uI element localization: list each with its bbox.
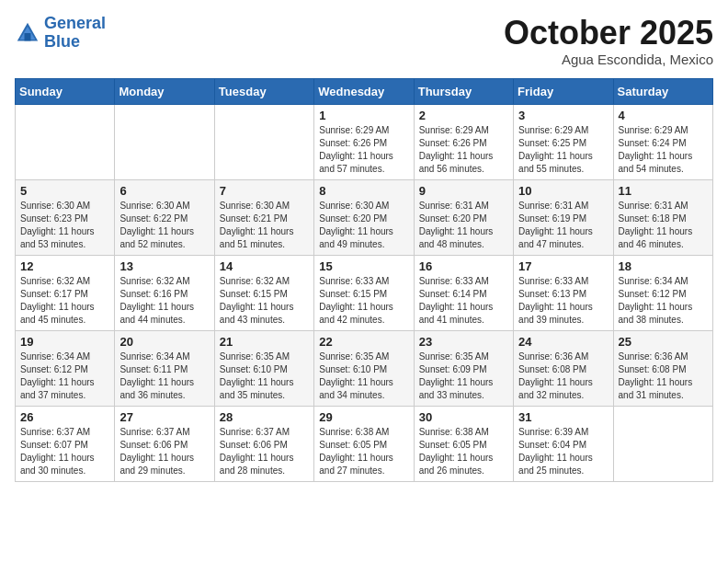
day-cell: 14Sunrise: 6:32 AM Sunset: 6:15 PM Dayli…	[214, 255, 313, 330]
day-number: 15	[319, 259, 408, 273]
weekday-header-friday: Friday	[514, 78, 613, 104]
logo-line2: Blue	[44, 32, 80, 51]
day-number: 3	[518, 109, 608, 122]
weekday-header-row: SundayMondayTuesdayWednesdayThursdayFrid…	[16, 78, 713, 104]
day-number: 20	[119, 335, 209, 349]
day-cell: 25Sunrise: 6:36 AM Sunset: 6:08 PM Dayli…	[613, 330, 712, 406]
day-number: 25	[619, 335, 708, 349]
day-info: Sunrise: 6:30 AM Sunset: 6:21 PM Dayligh…	[220, 200, 309, 251]
day-cell: 23Sunrise: 6:35 AM Sunset: 6:09 PM Dayli…	[414, 330, 513, 406]
day-info: Sunrise: 6:29 AM Sunset: 6:26 PM Dayligh…	[319, 124, 408, 176]
day-info: Sunrise: 6:35 AM Sunset: 6:09 PM Dayligh…	[419, 350, 508, 402]
day-info: Sunrise: 6:31 AM Sunset: 6:20 PM Dayligh…	[419, 200, 508, 251]
day-cell: 8Sunrise: 6:30 AM Sunset: 6:20 PM Daylig…	[314, 179, 414, 255]
day-cell: 6Sunrise: 6:30 AM Sunset: 6:22 PM Daylig…	[115, 179, 214, 255]
day-number: 29	[319, 410, 408, 424]
day-number: 14	[220, 259, 309, 273]
day-cell: 11Sunrise: 6:31 AM Sunset: 6:18 PM Dayli…	[613, 179, 712, 255]
weekday-header-wednesday: Wednesday	[314, 78, 414, 104]
day-number: 22	[319, 335, 408, 349]
weekday-header-sunday: Sunday	[16, 78, 115, 104]
day-cell: 24Sunrise: 6:36 AM Sunset: 6:08 PM Dayli…	[514, 330, 613, 406]
day-cell: 15Sunrise: 6:33 AM Sunset: 6:15 PM Dayli…	[314, 255, 414, 330]
day-info: Sunrise: 6:34 AM Sunset: 6:12 PM Dayligh…	[20, 350, 109, 402]
day-cell: 9Sunrise: 6:31 AM Sunset: 6:20 PM Daylig…	[414, 179, 513, 255]
day-cell: 26Sunrise: 6:37 AM Sunset: 6:07 PM Dayli…	[16, 406, 115, 481]
day-number: 6	[119, 184, 209, 198]
day-info: Sunrise: 6:37 AM Sunset: 6:07 PM Dayligh…	[20, 426, 109, 477]
logo-text: General Blue	[44, 15, 106, 52]
day-number: 23	[419, 335, 508, 349]
day-cell: 30Sunrise: 6:38 AM Sunset: 6:05 PM Dayli…	[414, 406, 513, 481]
location-subtitle: Agua Escondida, Mexico	[504, 52, 713, 67]
day-info: Sunrise: 6:30 AM Sunset: 6:22 PM Dayligh…	[119, 200, 209, 251]
day-info: Sunrise: 6:33 AM Sunset: 6:14 PM Dayligh…	[419, 275, 508, 327]
day-number: 28	[220, 410, 309, 424]
weekday-header-monday: Monday	[115, 78, 214, 104]
title-block: October 2025 Agua Escondida, Mexico	[504, 15, 713, 67]
day-number: 9	[419, 184, 508, 198]
day-cell: 17Sunrise: 6:33 AM Sunset: 6:13 PM Dayli…	[514, 255, 613, 330]
day-info: Sunrise: 6:38 AM Sunset: 6:05 PM Dayligh…	[419, 426, 508, 477]
day-cell: 4Sunrise: 6:29 AM Sunset: 6:24 PM Daylig…	[613, 104, 712, 179]
day-info: Sunrise: 6:33 AM Sunset: 6:13 PM Dayligh…	[518, 275, 608, 327]
day-number: 13	[119, 259, 209, 273]
day-info: Sunrise: 6:35 AM Sunset: 6:10 PM Dayligh…	[319, 350, 408, 402]
day-number: 2	[419, 109, 508, 122]
day-cell: 22Sunrise: 6:35 AM Sunset: 6:10 PM Dayli…	[314, 330, 414, 406]
day-info: Sunrise: 6:31 AM Sunset: 6:19 PM Dayligh…	[518, 200, 608, 251]
day-cell: 27Sunrise: 6:37 AM Sunset: 6:06 PM Dayli…	[115, 406, 214, 481]
day-number: 8	[319, 184, 408, 198]
day-number: 1	[319, 109, 408, 122]
day-info: Sunrise: 6:37 AM Sunset: 6:06 PM Dayligh…	[220, 426, 309, 477]
day-cell: 28Sunrise: 6:37 AM Sunset: 6:06 PM Dayli…	[214, 406, 313, 481]
day-info: Sunrise: 6:36 AM Sunset: 6:08 PM Dayligh…	[518, 350, 608, 402]
day-cell	[214, 104, 313, 179]
day-cell	[115, 104, 214, 179]
day-number: 17	[518, 259, 608, 273]
day-number: 27	[119, 410, 209, 424]
weekday-header-saturday: Saturday	[613, 78, 712, 104]
month-title: October 2025	[504, 15, 713, 52]
day-cell: 18Sunrise: 6:34 AM Sunset: 6:12 PM Dayli…	[613, 255, 712, 330]
page-header: General Blue October 2025 Agua Escondida…	[15, 15, 713, 67]
day-info: Sunrise: 6:33 AM Sunset: 6:15 PM Dayligh…	[319, 275, 408, 327]
day-info: Sunrise: 6:34 AM Sunset: 6:11 PM Dayligh…	[119, 350, 209, 402]
day-number: 7	[220, 184, 309, 198]
day-number: 26	[20, 410, 109, 424]
day-cell: 31Sunrise: 6:39 AM Sunset: 6:04 PM Dayli…	[514, 406, 613, 481]
day-number: 18	[619, 259, 708, 273]
day-info: Sunrise: 6:29 AM Sunset: 6:24 PM Dayligh…	[619, 124, 708, 176]
day-number: 11	[619, 184, 708, 198]
day-info: Sunrise: 6:30 AM Sunset: 6:23 PM Dayligh…	[20, 200, 109, 251]
week-row-4: 19Sunrise: 6:34 AM Sunset: 6:12 PM Dayli…	[16, 330, 713, 406]
day-info: Sunrise: 6:37 AM Sunset: 6:06 PM Dayligh…	[119, 426, 209, 477]
calendar-table: SundayMondayTuesdayWednesdayThursdayFrid…	[15, 78, 713, 482]
week-row-3: 12Sunrise: 6:32 AM Sunset: 6:17 PM Dayli…	[16, 255, 713, 330]
day-number: 30	[419, 410, 508, 424]
day-info: Sunrise: 6:30 AM Sunset: 6:20 PM Dayligh…	[319, 200, 408, 251]
day-number: 21	[220, 335, 309, 349]
day-cell: 16Sunrise: 6:33 AM Sunset: 6:14 PM Dayli…	[414, 255, 513, 330]
weekday-header-thursday: Thursday	[414, 78, 513, 104]
day-cell	[613, 406, 712, 481]
day-info: Sunrise: 6:32 AM Sunset: 6:15 PM Dayligh…	[220, 275, 309, 327]
day-cell: 10Sunrise: 6:31 AM Sunset: 6:19 PM Dayli…	[514, 179, 613, 255]
day-cell: 29Sunrise: 6:38 AM Sunset: 6:05 PM Dayli…	[314, 406, 414, 481]
day-info: Sunrise: 6:35 AM Sunset: 6:10 PM Dayligh…	[220, 350, 309, 402]
day-cell: 2Sunrise: 6:29 AM Sunset: 6:26 PM Daylig…	[414, 104, 513, 179]
day-cell: 19Sunrise: 6:34 AM Sunset: 6:12 PM Dayli…	[16, 330, 115, 406]
day-cell	[16, 104, 115, 179]
day-info: Sunrise: 6:32 AM Sunset: 6:17 PM Dayligh…	[20, 275, 109, 327]
day-number: 12	[20, 259, 109, 273]
day-number: 16	[419, 259, 508, 273]
day-number: 19	[20, 335, 109, 349]
day-cell: 5Sunrise: 6:30 AM Sunset: 6:23 PM Daylig…	[16, 179, 115, 255]
day-info: Sunrise: 6:32 AM Sunset: 6:16 PM Dayligh…	[119, 275, 209, 327]
week-row-1: 1Sunrise: 6:29 AM Sunset: 6:26 PM Daylig…	[16, 104, 713, 179]
day-info: Sunrise: 6:29 AM Sunset: 6:26 PM Dayligh…	[419, 124, 508, 176]
day-info: Sunrise: 6:38 AM Sunset: 6:05 PM Dayligh…	[319, 426, 408, 477]
day-number: 31	[518, 410, 608, 424]
day-number: 24	[518, 335, 608, 349]
day-cell: 12Sunrise: 6:32 AM Sunset: 6:17 PM Dayli…	[16, 255, 115, 330]
